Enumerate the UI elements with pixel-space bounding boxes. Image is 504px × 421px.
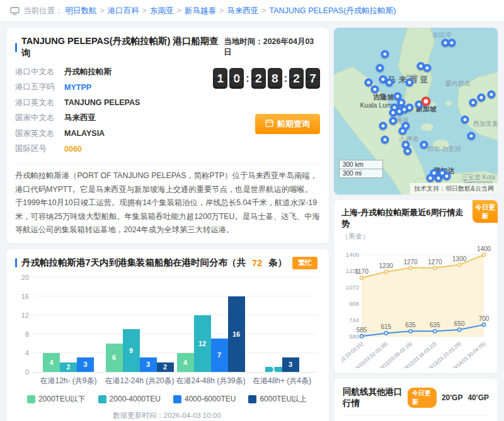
legend-item[interactable]: 2000TEU以下	[27, 394, 86, 405]
legend-item[interactable]: 2000-4000TEU	[98, 394, 161, 405]
bar-value-label: 4	[177, 359, 194, 366]
port-marker[interactable]	[421, 96, 430, 106]
x-axis-label: 在港48h+ (共4条)	[246, 376, 318, 386]
breadcrumb-separator: >	[142, 6, 147, 15]
busy-badge: 繁忙	[292, 257, 318, 269]
bar-2000-4000TEU: 9	[123, 329, 140, 372]
map-marker[interactable]	[420, 140, 428, 149]
arrivals-count: 72	[252, 258, 262, 268]
breadcrumb-separator: >	[177, 6, 181, 15]
breadcrumb-link[interactable]: 明日数航	[66, 6, 97, 16]
bar-6000TEU以上: 2	[157, 362, 174, 372]
title-accent	[15, 43, 17, 52]
map-marker[interactable]	[423, 64, 432, 72]
bar-value-label: 2	[157, 363, 174, 371]
bar-2000-4000TEU: 2	[60, 362, 77, 372]
bar-2000TEU以下: 4	[177, 353, 194, 372]
map-marker[interactable]	[371, 86, 379, 94]
map-marker[interactable]	[375, 64, 384, 72]
trend-title: 上海-丹戎帕拉帕斯最近6周行情走势	[341, 207, 491, 230]
svg-text:1270: 1270	[403, 259, 418, 266]
port-field-row: 国家中文名马来西亚	[15, 111, 200, 126]
breadcrumb-link[interactable]: 东南亚	[150, 6, 174, 16]
breadcrumb-separator: >	[261, 6, 266, 15]
bar-value-label: 3	[77, 361, 94, 368]
breadcrumb-link[interactable]: 新马越泰	[185, 6, 216, 16]
map-marker[interactable]	[386, 79, 394, 87]
bar-6000TEU以上: 16	[228, 296, 245, 372]
svg-text:1300: 1300	[452, 255, 467, 262]
map-marker[interactable]	[381, 50, 389, 59]
legend-label: 2000TEU以下	[38, 394, 86, 405]
map-scale: 300 km 300 mi	[339, 160, 383, 178]
port-field-row: 国家英文名MALAYSIA	[15, 126, 200, 142]
port-field-row: 港口英文名TANJUNG PELEPAS	[15, 95, 200, 111]
port-field-row: 港口五字码MYTPP	[15, 80, 200, 96]
breadcrumb-link[interactable]: TANJUNG PELEPAS(丹戎帕拉帕斯)	[270, 6, 396, 16]
svg-text:585: 585	[357, 327, 367, 334]
map-marker[interactable]	[364, 79, 372, 87]
map-marker[interactable]	[487, 91, 495, 99]
freight-row: YANGON(仰光,缅甸)$1000$1650	[343, 416, 489, 421]
legend-item[interactable]: 6000TEU以上	[248, 394, 307, 405]
svg-text:635: 635	[430, 322, 440, 328]
field-value: 0060	[64, 145, 82, 154]
svg-text:908: 908	[349, 300, 359, 307]
breadcrumb-link[interactable]: 港口百科	[108, 6, 139, 16]
field-value: 丹戎帕拉帕斯	[64, 67, 112, 77]
x-axis-label: 在港12-24h (共20条)	[104, 376, 175, 386]
map-marker[interactable]	[405, 79, 413, 87]
y-axis-tick: 0	[16, 368, 29, 376]
map-marker[interactable]	[461, 115, 469, 123]
map-marker[interactable]	[448, 38, 456, 47]
clock-digit: 0	[229, 68, 244, 89]
data-update-time: 数据更新时间：2026-04-03 10:00	[16, 411, 318, 420]
svg-text:635: 635	[405, 322, 416, 328]
map-marker[interactable]	[478, 94, 486, 102]
breadcrumb-separator: >	[100, 6, 105, 15]
bar-value-label: 3	[282, 361, 299, 368]
legend-item[interactable]: 4000-6000TEU	[173, 394, 236, 405]
clock-colon: :	[284, 73, 287, 84]
field-label: 国家英文名	[15, 128, 64, 139]
field-value[interactable]: MYTPP	[64, 83, 91, 92]
svg-text:1230: 1230	[379, 262, 394, 269]
map-marker[interactable]	[405, 104, 413, 112]
map-marker[interactable]	[381, 135, 389, 143]
bar-value-label: 2	[60, 363, 77, 371]
clock-digit: 2	[289, 68, 304, 89]
port-info-card: TANJUNG PELEPAS(丹戎帕拉帕斯) 港口船期查询 当地时间：2026…	[6, 28, 329, 244]
bar-2000-4000TEU: 12	[194, 315, 211, 372]
clock-colon: :	[246, 73, 249, 84]
bar-group: 13	[246, 278, 318, 372]
field-label: 港口五字码	[15, 82, 64, 93]
clock-digit: 8	[268, 68, 282, 89]
field-value: 马来西亚	[64, 113, 96, 123]
legend-label: 6000TEU以上	[260, 394, 307, 405]
map-marker[interactable]	[469, 99, 478, 107]
legend-swatch	[173, 395, 181, 403]
map-marker[interactable]	[467, 132, 476, 140]
map-marker[interactable]	[389, 117, 397, 125]
bar-value-label: 1	[265, 366, 282, 373]
bar-2000TEU以下: 4	[43, 353, 60, 372]
bar-groups: 423693241271613	[33, 278, 318, 372]
breadcrumb-link[interactable]: 马来西亚	[227, 6, 258, 16]
flip-clock: 10:28:27	[213, 68, 320, 89]
legend-swatch	[27, 395, 35, 403]
field-label: 港口中文名	[15, 67, 64, 77]
chart-legend: 2000TEU以下2000-4000TEU4000-6000TEU6000TEU…	[16, 394, 318, 405]
map-marker[interactable]	[443, 172, 451, 180]
arrivals-plot: 048121620423693241271613	[33, 278, 318, 373]
svg-text:1400: 1400	[346, 251, 359, 258]
map-marker[interactable]	[427, 174, 435, 182]
schedule-query-button[interactable]: 船期查询	[255, 114, 320, 134]
trend-subtitle: （美金）	[341, 232, 491, 241]
map-marker[interactable]	[379, 122, 387, 130]
field-label: 港口英文名	[15, 98, 64, 108]
y-axis-tick: 4	[16, 349, 29, 357]
bar-6000TEU以上: 3	[282, 357, 299, 372]
map-marker[interactable]	[399, 127, 407, 135]
map-marker[interactable]	[404, 147, 412, 155]
port-map[interactable]: 泰国湾马来西亚吉隆坡Kuala Lumpur新加坡彭亨廖内群岛柔佛省占碑省西加里…	[334, 28, 498, 194]
